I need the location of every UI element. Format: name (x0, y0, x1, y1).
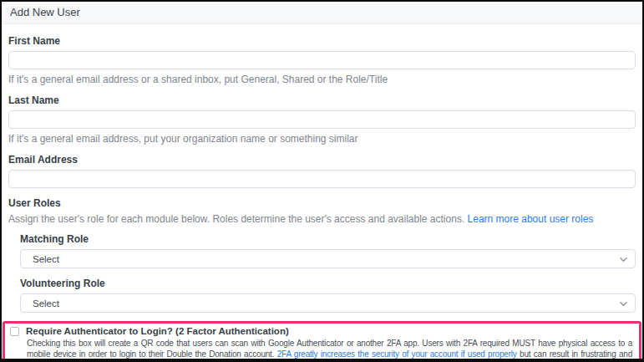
last-name-label: Last Name (8, 94, 636, 106)
panel-title: Add New User (2, 2, 642, 24)
learn-more-user-roles-link[interactable]: Learn more about user roles (468, 213, 594, 225)
two-factor-checkbox[interactable] (10, 327, 19, 336)
user-roles-label: User Roles (8, 197, 636, 209)
volunteering-role-select[interactable]: Select (20, 293, 636, 313)
chevron-down-icon (620, 300, 627, 308)
email-input[interactable] (8, 170, 636, 188)
email-label: Email Address (8, 154, 636, 166)
first-name-group: First Name If it's a general email addre… (8, 35, 636, 85)
email-group: Email Address (8, 154, 636, 188)
two-factor-security-link[interactable]: 2FA greatly increases the security of yo… (277, 349, 517, 359)
last-name-input[interactable] (8, 110, 636, 129)
last-name-group: Last Name If it's a general email addres… (8, 94, 636, 145)
matching-role-select[interactable]: Select (20, 249, 636, 268)
add-new-user-panel: Add New User First Name If it's a genera… (0, 0, 644, 362)
two-factor-highlight-box: Require Authenticator to Login? (2 Facto… (3, 321, 641, 362)
volunteering-role-group: Volunteering Role Select (20, 278, 636, 313)
matching-role-group: Matching Role Select (20, 233, 636, 268)
roles-indent: Matching Role Select Volunteering Role S… (8, 233, 636, 313)
user-roles-description: Assign the user's role for each module b… (8, 213, 636, 225)
volunteering-role-label: Volunteering Role (20, 278, 636, 289)
last-name-helper: If it's a general email address, put you… (8, 133, 636, 145)
chevron-down-icon (620, 256, 627, 263)
two-factor-label[interactable]: Require Authenticator to Login? (2 Facto… (26, 326, 289, 336)
form-body: First Name If it's a general email addre… (2, 24, 642, 362)
user-roles-section: User Roles Assign the user's role for ea… (8, 197, 636, 313)
first-name-label: First Name (8, 35, 636, 47)
first-name-input[interactable] (8, 51, 636, 69)
matching-role-selected-value: Select (33, 254, 59, 264)
first-name-helper: If it's a general email address or a sha… (8, 74, 636, 85)
two-factor-description: Checking this box will create a QR code … (27, 339, 632, 362)
matching-role-label: Matching Role (20, 233, 636, 245)
two-factor-check-row: Require Authenticator to Login? (2 Facto… (10, 326, 632, 336)
user-roles-description-text: Assign the user's role for each module b… (8, 213, 464, 225)
volunteering-role-selected-value: Select (33, 298, 59, 308)
